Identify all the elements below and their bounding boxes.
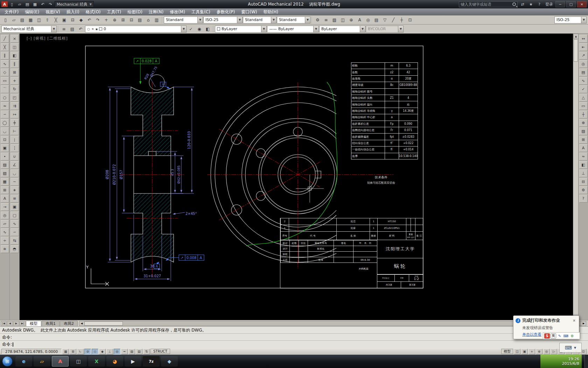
chamfer-tool[interactable]: ∠: [10, 161, 19, 169]
revcloud-tool[interactable]: ≈: [1, 102, 9, 110]
copy-tool[interactable]: ◫: [10, 43, 19, 51]
drawing-canvas[interactable]: Ø208 Ø210-0.072 Ø157 120-0.033 Ø42+0.085…: [20, 34, 573, 320]
measure-tool[interactable]: ⊥: [579, 169, 588, 177]
mline-tool[interactable]: ∥: [1, 52, 9, 60]
struct-button[interactable]: STRUCT: [150, 349, 170, 354]
scroll-right-icon[interactable]: ▶: [581, 321, 586, 326]
show-desktop-button[interactable]: [584, 355, 588, 368]
search-icon[interactable]: [512, 2, 516, 6]
measure-tool[interactable]: ≋: [1, 245, 9, 253]
fillet-tool[interactable]: ◡: [10, 169, 19, 177]
window-app-icon[interactable]: ◫: [70, 356, 87, 367]
partslist-tool[interactable]: ▤: [579, 68, 588, 76]
chevron-down-icon[interactable]: ▼: [313, 26, 318, 32]
line-tool[interactable]: ╱: [1, 35, 9, 43]
zoom-previous-icon[interactable]: ⊟: [127, 16, 135, 24]
workspace-switcher[interactable]: Mechanical 经典 ▼: [55, 1, 94, 7]
annotation-icon[interactable]: A: [356, 16, 364, 24]
partslist-icon[interactable]: ▤: [372, 16, 380, 24]
redo-icon[interactable]: ↷: [94, 16, 102, 24]
chevron-down-icon[interactable]: ▼: [360, 26, 365, 32]
align-tool[interactable]: ≡: [10, 195, 19, 203]
osnap-toggle[interactable]: ◇: [92, 349, 98, 354]
wipeout-tool[interactable]: ▱: [1, 220, 9, 228]
sevenzip-icon[interactable]: 7z: [143, 356, 160, 367]
datum-identifier-tool[interactable]: △: [579, 94, 588, 102]
ungroup-tool[interactable]: ▢: [10, 211, 19, 219]
menu-help[interactable]: 帮助(H): [260, 8, 281, 15]
scrollbar-thumb[interactable]: [84, 321, 123, 326]
save-icon[interactable]: ▤: [18, 16, 26, 24]
menu-window[interactable]: 窗口(W): [238, 8, 260, 15]
command-window[interactable]: Autodesk DWG。 此文件上次由 Autodesk 应用程序或 Auto…: [0, 326, 588, 348]
dim-style-combo[interactable]: ISO-25▼: [203, 16, 243, 23]
hole-chart-tool[interactable]: ⊞: [579, 136, 588, 144]
firefox-icon[interactable]: ◕: [106, 356, 123, 367]
array-tool[interactable]: ⊞: [10, 68, 19, 76]
table-tool[interactable]: ⊞: [1, 186, 9, 194]
keyboard-indicator[interactable]: ⌨ ▼: [559, 343, 582, 353]
ray-tool[interactable]: →: [1, 203, 9, 211]
break-point-tool[interactable]: ¦: [10, 136, 19, 144]
autocad-icon[interactable]: A: [52, 356, 69, 367]
fcf-tool[interactable]: ▭: [579, 102, 588, 110]
chevron-down-icon[interactable]: ▼: [261, 26, 266, 32]
showmotion-icon[interactable]: ▷: [551, 349, 557, 354]
reverse-tool[interactable]: ⇆: [10, 237, 19, 245]
helix-tool[interactable]: ∿: [1, 228, 9, 236]
snap-toggle[interactable]: ▦: [62, 349, 69, 354]
tab-layout2[interactable]: 布局2: [60, 321, 78, 326]
ime-lang-indicator[interactable]: 英: [551, 333, 556, 339]
polyline-tool[interactable]: ∿: [1, 60, 9, 68]
dynucs-toggle[interactable]: ⊥: [106, 349, 113, 354]
lineweight-toggle[interactable]: ━: [121, 349, 128, 354]
join-tool[interactable]: ∪: [10, 152, 19, 161]
help-icon[interactable]: ?: [536, 1, 543, 7]
publish-icon[interactable]: ⇧: [43, 16, 51, 24]
redo-icon[interactable]: ↷: [47, 1, 54, 7]
coordinates-readout[interactable]: 278.9474, 121.6785, 0.0000: [1, 349, 62, 354]
offset-tool[interactable]: ∥: [10, 60, 19, 68]
copy-icon[interactable]: ▣: [60, 16, 68, 24]
dim-style-combo-right[interactable]: ISO-25▼: [554, 16, 587, 23]
layer-groups-icon[interactable]: ▧: [330, 16, 338, 24]
tab-model[interactable]: 模型: [26, 321, 41, 326]
insert-block-tool[interactable]: ⊡: [1, 136, 9, 144]
chevron-down-icon[interactable]: ▼: [271, 17, 276, 23]
point-tool[interactable]: •: [1, 152, 9, 161]
osnap3d-toggle[interactable]: ◆: [99, 349, 106, 354]
text-style-combo[interactable]: Standard▼: [164, 16, 203, 23]
ime-pen-icon[interactable]: ✎: [557, 333, 562, 339]
open-icon[interactable]: ▱: [16, 1, 23, 7]
detail-icon[interactable]: ⊕: [347, 16, 355, 24]
symbols-icon[interactable]: ▽: [381, 16, 389, 24]
browser-icon[interactable]: e: [15, 356, 32, 367]
explode-tool[interactable]: ∗: [10, 186, 19, 194]
properties-icon[interactable]: ▤: [136, 16, 144, 24]
preview-icon[interactable]: ◫: [35, 16, 43, 24]
close-button[interactable]: ✕: [577, 1, 587, 7]
paste-icon[interactable]: ⊟: [69, 16, 77, 24]
tab-next-icon[interactable]: ▶: [13, 321, 19, 326]
color-combo[interactable]: ByLayer▼: [215, 26, 267, 33]
scrollbar-thumb[interactable]: [574, 39, 578, 62]
menu-content[interactable]: 工具集(C): [188, 8, 214, 15]
chevron-down-icon[interactable]: ▼: [197, 17, 203, 23]
chevron-down-icon[interactable]: ▼: [237, 17, 242, 23]
polar-toggle[interactable]: ⊘: [84, 349, 91, 354]
balloon-icon[interactable]: ◎: [364, 16, 372, 24]
center-mark-tool[interactable]: ⊕: [579, 119, 588, 127]
new-icon[interactable]: ▯: [8, 1, 15, 7]
balloon-tool[interactable]: ◎: [579, 60, 588, 68]
help-tool[interactable]: ?: [579, 195, 588, 203]
spline-edit-tool[interactable]: ∽: [10, 228, 19, 236]
tab-last-icon[interactable]: ▶|: [20, 321, 26, 326]
maximize-button[interactable]: □: [566, 1, 576, 7]
matchprop-icon[interactable]: ◆: [77, 16, 85, 24]
cut-icon[interactable]: ╳: [52, 16, 60, 24]
ime-tools-icon[interactable]: ⚙: [569, 333, 575, 339]
note-tool[interactable]: A: [579, 144, 588, 152]
settings-tool[interactable]: ⚙: [579, 186, 588, 194]
tab-layout1[interactable]: 布局1: [42, 321, 59, 326]
open-icon[interactable]: ▱: [10, 16, 18, 24]
